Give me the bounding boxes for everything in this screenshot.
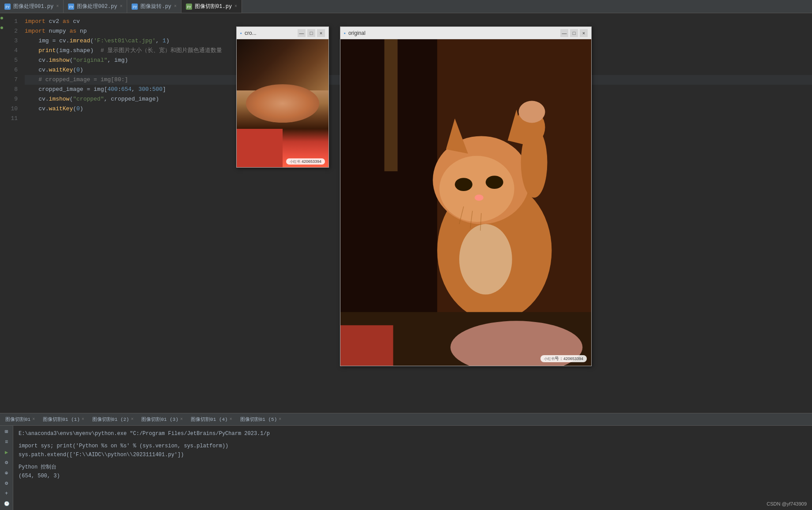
original-watermark-brand: 小红书 — [544, 357, 555, 361]
tab-图像切割01[interactable]: py 图像切割01.py × — [181, 0, 242, 13]
close-tab-3[interactable]: × — [174, 4, 177, 9]
line-numbers: 1 2 3 4 5 6 7 8 9 10 11 — [4, 13, 21, 413]
terminal-line-2: sys.path.extend(['F:\\AIDC\\python\\2023… — [19, 450, 807, 459]
terminal-close-2[interactable]: × — [82, 417, 84, 422]
gutter-8 — [0, 81, 4, 91]
breakpoint-2[interactable] — [0, 23, 4, 33]
left-gutter — [0, 13, 4, 413]
tab-图像处理002[interactable]: py 图像处理002.py × — [64, 0, 127, 13]
terminal-close-4[interactable]: × — [180, 417, 183, 422]
settings-icon[interactable]: ⚙ — [2, 479, 11, 488]
svg-point-12 — [475, 195, 483, 201]
svg-point-16 — [459, 224, 512, 295]
original-window[interactable]: ▪ original — □ × — [340, 26, 592, 366]
py-icon-2: py — [68, 4, 74, 10]
tab-图像旋转[interactable]: py 图像旋转.py × — [127, 0, 181, 13]
crop-watermark-number: 420653394 — [302, 159, 321, 164]
terminal-tab-6[interactable]: 图像切割01 (5) × — [237, 413, 285, 425]
csdn-watermark: CSDN @yf743909 — [767, 501, 807, 506]
original-maximize-btn[interactable]: □ — [570, 29, 578, 37]
crop-watermark-brand: 小红书 — [290, 160, 300, 164]
tab-bar: py 图像处理001.py × py 图像处理002.py × py 图像旋转.… — [0, 0, 812, 13]
crop-minimize-btn[interactable]: — — [298, 29, 306, 37]
tab-label-3: 图像旋转.py — [140, 3, 171, 10]
breakpoint-1[interactable] — [0, 13, 4, 23]
crop-maximize-btn[interactable]: □ — [307, 29, 315, 37]
terminal-tab-label-2: 图像切割01 (1) — [43, 416, 80, 423]
terminal-body: ⊞ ≡ ▶ ⚙ ⊕ ⚙ + 🕐 E:\anaconda3\envs\myenv\… — [0, 426, 812, 510]
terminal-line-1: import sys; print('Python %s on %s' % (s… — [19, 442, 807, 450]
original-image-content: 小红书号：420653394 — [340, 39, 591, 366]
gutter-6 — [0, 62, 4, 71]
terminal-tab-1[interactable]: 图像切割01 × — [2, 413, 38, 425]
original-window-title: ▪ original — [344, 30, 366, 36]
terminal-close-3[interactable]: × — [131, 417, 133, 422]
terminal-tab-bar: 图像切割01 × 图像切割01 (1) × 图像切割01 (2) × 图像切割0… — [0, 413, 812, 426]
terminal-tab-3[interactable]: 图像切割01 (2) × — [89, 413, 137, 425]
svg-point-7 — [439, 156, 514, 222]
terminal-content[interactable]: E:\anaconda3\envs\myenv\python.exe "C:/P… — [13, 426, 812, 510]
original-watermark-number: 420653394 — [563, 356, 583, 361]
svg-rect-18 — [340, 325, 393, 366]
run-icon[interactable]: ▶ — [2, 448, 11, 457]
gutter-3 — [0, 33, 4, 42]
gutter-4 — [0, 42, 4, 52]
svg-point-10 — [455, 178, 472, 191]
terminal-tab-2[interactable]: 图像切割01 (1) × — [39, 413, 88, 425]
tab-label-2: 图像处理002.py — [77, 3, 117, 10]
close-tab-2[interactable]: × — [120, 4, 122, 9]
tab-label-4: 图像切割01.py — [195, 3, 232, 10]
tool-icon-1[interactable]: ⊞ — [2, 428, 11, 436]
crop-titlebar: ▪ cro... — □ × — [237, 27, 329, 39]
original-titlebar: ▪ original — □ × — [340, 27, 591, 39]
svg-rect-4 — [384, 39, 397, 171]
crop-close-btn[interactable]: × — [317, 29, 325, 37]
terminal-tab-4[interactable]: 图像切割01 (3) × — [138, 413, 186, 425]
crop-image-content: 小红书 420653394 — [237, 39, 329, 167]
clock-icon: 🕐 — [2, 500, 11, 508]
add-icon[interactable]: + — [2, 489, 11, 498]
terminal-area: 图像切割01 × 图像切割01 (1) × 图像切割01 (2) × 图像切割0… — [0, 413, 812, 510]
py-icon-3: py — [132, 4, 138, 10]
tool-icon-2[interactable]: ≡ — [2, 438, 11, 446]
terminal-tab-label-6: 图像切割01 (5) — [240, 416, 277, 423]
close-tab-1[interactable]: × — [56, 4, 59, 9]
gutter-9 — [0, 91, 4, 101]
close-tab-4[interactable]: × — [234, 4, 237, 9]
svg-point-14 — [519, 101, 545, 123]
py-icon-1: py — [4, 4, 11, 10]
crop-window-title: ▪ cro... — [240, 30, 257, 36]
svg-point-15 — [521, 127, 548, 198]
terminal-close-6[interactable]: × — [279, 417, 281, 422]
svg-point-11 — [486, 176, 503, 189]
crop-window[interactable]: ▪ cro... — □ × 小红书 420653394 — [236, 26, 329, 168]
crop-watermark: 小红书 420653394 — [286, 158, 325, 165]
terminal-tab-label-4: 图像切割01 (3) — [141, 416, 178, 423]
tab-图像处理001[interactable]: py 图像处理001.py × — [0, 0, 64, 13]
terminal-tab-label-5: 图像切割01 (4) — [191, 416, 228, 423]
tab-label-1: 图像处理001.py — [13, 3, 53, 10]
terminal-command-line: E:\anaconda3\envs\myenv\python.exe "C:/P… — [19, 429, 807, 438]
tool-icon-4[interactable]: ⚙ — [2, 458, 11, 467]
gutter-10 — [0, 101, 4, 110]
terminal-tools: ⊞ ≡ ▶ ⚙ ⊕ ⚙ + 🕐 — [0, 426, 13, 510]
crop-window-controls: — □ × — [298, 29, 325, 37]
terminal-tab-label-3: 图像切割01 (2) — [92, 416, 129, 423]
terminal-header-label: Python 控制台 — [19, 463, 807, 472]
terminal-output: (654, 500, 3) — [19, 472, 807, 480]
terminal-close-5[interactable]: × — [230, 417, 232, 422]
terminal-tab-5[interactable]: 图像切割01 (4) × — [187, 413, 236, 425]
original-watermark: 小红书号：420653394 — [540, 355, 587, 362]
original-window-controls: — □ × — [560, 29, 588, 37]
gutter-5 — [0, 52, 4, 62]
terminal-close-1[interactable]: × — [32, 417, 35, 422]
original-minimize-btn[interactable]: — — [560, 29, 568, 37]
gutter-7 — [0, 71, 4, 81]
code-line-1: import cv2 as cv — [25, 17, 812, 26]
py-icon-4: py — [186, 4, 192, 10]
original-close-btn[interactable]: × — [580, 29, 588, 37]
terminal-tab-label-1: 图像切割01 — [5, 416, 30, 423]
tool-icon-5[interactable]: ⊕ — [2, 469, 11, 477]
